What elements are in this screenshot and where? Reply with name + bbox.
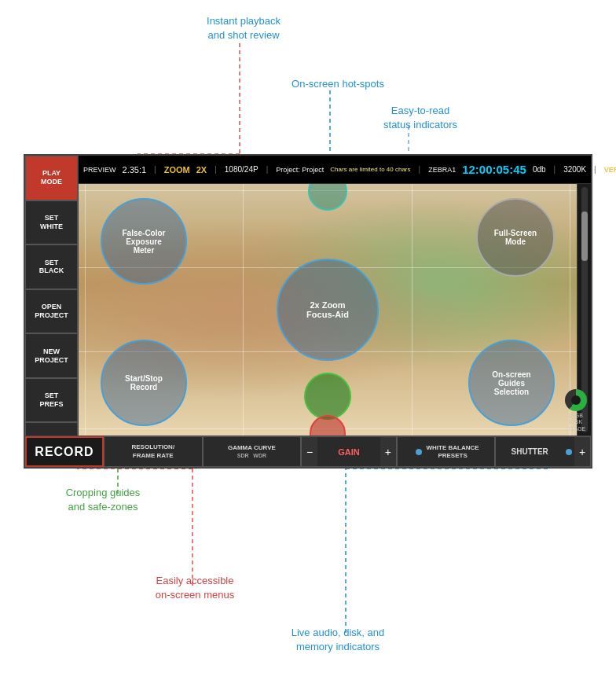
annotation-hotspots: On-screen hot-spots <box>267 77 409 91</box>
set-white-button[interactable]: SETWHITE <box>25 200 78 245</box>
gain-plus-button[interactable]: + <box>380 437 396 466</box>
sep1: | <box>154 165 156 174</box>
record-indicator-circle <box>304 373 351 420</box>
sep6: | <box>594 165 596 174</box>
video-area: False-ColorExposureMeter Full-ScreenMode… <box>79 184 577 436</box>
start-stop-circle[interactable]: Start/StopRecord <box>101 340 187 426</box>
set-black-button[interactable]: SETBLACK <box>25 244 78 289</box>
false-color-circle[interactable]: False-ColorExposureMeter <box>101 198 187 285</box>
chars-warning: Chars are limited to 40 chars <box>330 166 410 173</box>
white-balance: 3200K <box>563 165 586 174</box>
project-label: Project: Project <box>276 166 324 174</box>
guide-third-left <box>243 184 244 436</box>
sep3: | <box>266 165 269 174</box>
gain-db: 0db <box>533 165 546 174</box>
play-mode-button[interactable]: PLAYMODE <box>25 156 78 200</box>
sep5: | <box>554 165 556 174</box>
camera-ui: PLAYMODE SETWHITE SETBLACK OPENPROJECT N… <box>24 154 592 469</box>
open-project-button[interactable]: OPENPROJECT <box>25 289 78 334</box>
white-balance-button[interactable]: WHITE BALANCEPRESETS <box>397 436 496 467</box>
disk-usage-chart <box>565 389 587 411</box>
annotation-cropping-guides: Cropping guidesand safe-zones <box>28 486 178 514</box>
gain-minus-button[interactable]: − <box>302 437 317 466</box>
scroll-thumb <box>581 211 588 260</box>
aspect-ratio: 2.35:1 <box>123 165 147 175</box>
gamma-sub: SDR WDR <box>237 452 266 459</box>
wb-dot <box>416 449 422 455</box>
zoom-label: ZOOM <box>164 165 190 175</box>
full-screen-circle[interactable]: Full-ScreenMode <box>476 198 555 277</box>
set-prefs-button[interactable]: SETPREFS <box>25 378 78 423</box>
disk-indicator: 20GB DISKUSAGE <box>563 389 589 432</box>
gain-label: GAIN <box>317 447 380 457</box>
resolution-button[interactable]: RESOLUTION/FRAME RATE <box>104 436 203 467</box>
gamma-label: GAMMA CURVE <box>228 444 276 452</box>
shutter-label: SHUTTER <box>496 447 563 456</box>
resolution-label: RESOLUTION/FRAME RATE <box>131 443 174 460</box>
zoom-value: 2X <box>196 165 207 175</box>
guide-left <box>85 184 86 436</box>
zebra-label: ZEBRA1 <box>428 166 456 174</box>
record-button[interactable]: RECORD <box>25 436 104 467</box>
gain-control[interactable]: − GAIN + <box>301 436 397 467</box>
new-project-button[interactable]: NEWPROJECT <box>25 333 78 378</box>
sep2: | <box>214 165 217 174</box>
disk-size: 20GB <box>563 413 589 419</box>
sep4: | <box>419 165 421 174</box>
bottom-toolbar: RECORD RESOLUTION/FRAME RATE GAMMA CURVE… <box>25 436 591 467</box>
shutter-plus-button[interactable]: + <box>574 437 590 466</box>
annotation-live-audio: Live audio, disk, andmemory indicators <box>259 626 416 654</box>
shutter-dot <box>566 449 572 455</box>
shutter-control[interactable]: SHUTTER + <box>495 436 591 467</box>
wb-label: WHITE BALANCEPRESETS <box>427 444 479 459</box>
disk-label: DISKUSAGE <box>563 419 589 432</box>
annotation-accessible-menus: Easily accessibleon-screen menus <box>116 574 273 602</box>
status-bar: PREVIEW 2.35:1 | ZOOM 2X | 1080/24P | Pr… <box>79 156 591 184</box>
guides-selection-circle[interactable]: On-screenGuidesSelection <box>468 340 555 426</box>
annotation-status-indicators: Easy-to-readstatus indicators <box>354 104 487 132</box>
zoom-focus-circle[interactable]: 2x ZoomFocus-Aid <box>277 259 379 361</box>
timecode: 12:00:05:45 <box>462 163 526 176</box>
gamma-button[interactable]: GAMMA CURVE SDR WDR <box>203 436 302 467</box>
quality-label: VERY HIGH <box>604 166 616 174</box>
preview-label: PREVIEW <box>83 166 116 174</box>
annotation-instant-playback: Instant playbackand shot review <box>181 14 306 42</box>
sidebar: PLAYMODE SETWHITE SETBLACK OPENPROJECT N… <box>25 156 79 467</box>
resolution: 1080/24P <box>225 165 258 174</box>
guide-third-right <box>412 184 412 436</box>
